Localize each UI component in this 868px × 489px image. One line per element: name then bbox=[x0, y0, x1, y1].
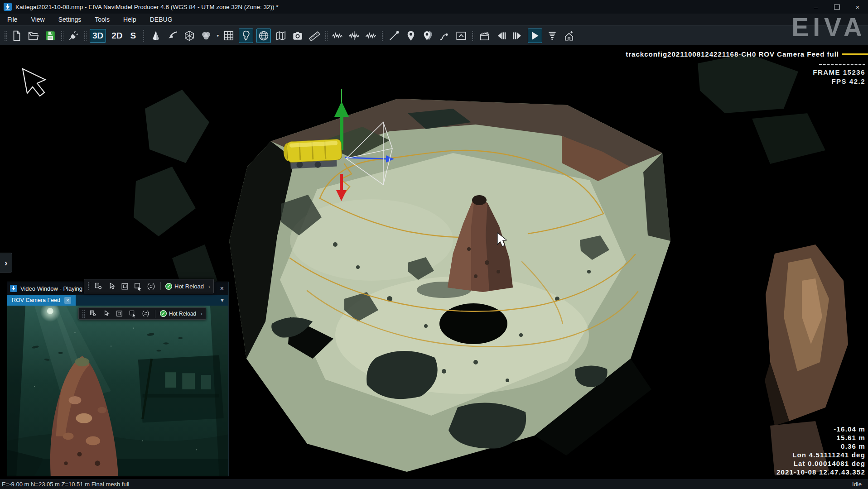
globe-icon[interactable] bbox=[256, 29, 271, 43]
toolbar-grip[interactable] bbox=[83, 30, 87, 42]
chevron-left-icon[interactable]: ‹ bbox=[207, 283, 210, 290]
north-cone-icon[interactable] bbox=[149, 29, 163, 43]
save-icon[interactable] bbox=[43, 29, 57, 43]
capture-frame-icon[interactable] bbox=[454, 29, 468, 43]
descend-arrow-icon[interactable] bbox=[166, 29, 179, 43]
loop-refresh-icon[interactable] bbox=[141, 309, 150, 318]
toolbar-grip[interactable] bbox=[381, 30, 384, 42]
window-controls: – × bbox=[805, 0, 868, 14]
navimodel-app: Kattegat2021-10-08.nmp - EIVA NaviModel … bbox=[0, 0, 868, 489]
step-back-icon[interactable] bbox=[494, 29, 508, 43]
toolbar-grip[interactable] bbox=[324, 30, 328, 42]
tab-close-icon[interactable]: × bbox=[64, 297, 71, 304]
frame-box-icon[interactable] bbox=[120, 282, 130, 291]
menu-debug[interactable]: DEBUG bbox=[150, 16, 173, 23]
video-close-button[interactable]: × bbox=[220, 285, 224, 292]
profile-wave-icon[interactable] bbox=[331, 29, 344, 43]
frame-counter: FRAME 15236 bbox=[813, 68, 865, 76]
raise-view-icon[interactable] bbox=[562, 29, 576, 43]
menu-tools[interactable]: Tools bbox=[95, 16, 110, 23]
maximize-icon bbox=[834, 5, 840, 10]
underwater-video-frame bbox=[7, 306, 228, 476]
toolbar-separator bbox=[143, 30, 144, 42]
menu-settings[interactable]: Settings bbox=[58, 16, 82, 23]
new-file-icon[interactable] bbox=[10, 29, 24, 43]
window-title: Kattegat2021-10-08.nmp - EIVA NaviModel … bbox=[15, 4, 279, 10]
hot-reload-label: Hot Reload bbox=[169, 311, 196, 317]
hot-reload-badge[interactable]: ✓ Hot Reload bbox=[165, 283, 204, 290]
toolbar-grip[interactable] bbox=[82, 309, 85, 318]
open-folder-icon[interactable] bbox=[27, 29, 40, 43]
draw-line-point-icon[interactable] bbox=[387, 29, 401, 43]
tab-rov-camera-feed[interactable]: ROV Camera Feed × bbox=[7, 295, 76, 306]
venn-dropdown-caret[interactable]: ▾ bbox=[217, 33, 219, 38]
script-settings-icon[interactable] bbox=[88, 309, 98, 318]
grid-icon[interactable] bbox=[222, 29, 236, 43]
wireframe-cube-icon[interactable] bbox=[183, 29, 196, 43]
chevron-left-icon[interactable]: ‹ bbox=[200, 310, 203, 317]
fps-counter: FPS 42.2 bbox=[831, 77, 865, 85]
toolbar-grip[interactable] bbox=[87, 282, 90, 291]
mode-s-button[interactable]: S bbox=[128, 29, 139, 42]
menu-help[interactable]: Help bbox=[123, 16, 136, 23]
menu-bar: File View Settings Tools Help DEBUG bbox=[0, 14, 868, 25]
datetime-value: 2021-10-08 12.47.43.352 bbox=[776, 468, 865, 476]
select-frame-icon[interactable] bbox=[133, 282, 143, 291]
clapperboard-icon[interactable] bbox=[477, 29, 491, 43]
panel-expander[interactable]: › bbox=[0, 253, 12, 273]
waypoint-pin-3d-icon[interactable] bbox=[421, 29, 434, 43]
layers-venn-icon[interactable] bbox=[199, 29, 213, 43]
connect-plug-icon[interactable] bbox=[67, 29, 80, 43]
video-window-title: Video Window - Playing Sp bbox=[20, 285, 92, 292]
position-readout: E=-9.00 m N=23.05 m Z=10.51 m Final mesh… bbox=[0, 481, 129, 488]
tab-label: ROV Camera Feed bbox=[12, 297, 60, 303]
toolbar-separator bbox=[160, 282, 161, 290]
draw-curve-point-icon[interactable] bbox=[438, 29, 451, 43]
3d-viewport[interactable]: trackconfig20211008124221168-CH0 ROV Cam… bbox=[0, 45, 868, 479]
tab-list-caret-icon[interactable]: ▼ bbox=[220, 297, 228, 303]
status-bar: E=-9.00 m N=23.05 m Z=10.51 m Final mesh… bbox=[0, 479, 868, 489]
hot-reload-label: Hot Reload bbox=[174, 283, 204, 290]
measure-ruler-icon[interactable] bbox=[308, 29, 321, 43]
snapshot-camera-icon[interactable] bbox=[291, 29, 304, 43]
folded-map-icon[interactable] bbox=[274, 29, 288, 43]
main-toolbar: 3D 2D S ▾ bbox=[0, 25, 868, 45]
minimize-button[interactable]: – bbox=[805, 0, 826, 14]
mode-2d-button[interactable]: 2D bbox=[109, 29, 125, 42]
menu-file[interactable]: File bbox=[7, 16, 18, 23]
waypoint-pin-icon[interactable] bbox=[404, 29, 418, 43]
maximize-button[interactable] bbox=[826, 0, 847, 14]
rov-video-feed[interactable]: ✓ Hot Reload ‹ bbox=[7, 306, 228, 476]
track-overlay: trackconfig20211008124221168-CH0 ROV Cam… bbox=[626, 50, 868, 58]
toolbar-grip[interactable] bbox=[60, 30, 63, 42]
app-state: Idle bbox=[852, 481, 868, 488]
play-icon[interactable] bbox=[528, 29, 542, 43]
title-bar: Kattegat2021-10-08.nmp - EIVA NaviModel … bbox=[0, 0, 868, 14]
app-icon bbox=[4, 3, 12, 11]
longitude-value: Lon 4.51111241 deg bbox=[776, 451, 865, 459]
mode-3d-button[interactable]: 3D bbox=[90, 29, 106, 43]
profile-wave-alt-icon[interactable] bbox=[364, 29, 378, 43]
toolbar-grip[interactable] bbox=[4, 30, 7, 42]
close-button[interactable]: × bbox=[847, 0, 868, 14]
loop-refresh-icon[interactable] bbox=[146, 282, 156, 291]
select-cursor-icon[interactable] bbox=[107, 282, 116, 291]
position-overlay: -16.04 m 15.61 m 0.36 m Lon 4.51111241 d… bbox=[776, 425, 865, 476]
toolbar-grip[interactable] bbox=[471, 30, 474, 42]
geo-africa-icon[interactable] bbox=[239, 29, 253, 43]
depth-value: -16.04 m bbox=[776, 425, 865, 433]
chevron-right-icon: › bbox=[5, 258, 8, 268]
altitude-value: 15.61 m bbox=[776, 433, 865, 442]
script-settings-icon[interactable] bbox=[94, 282, 103, 291]
hot-reload-toolbar: ✓ Hot Reload ‹ bbox=[78, 307, 206, 320]
menu-view[interactable]: View bbox=[31, 16, 45, 23]
select-cursor-icon[interactable] bbox=[101, 309, 111, 318]
step-forward-icon[interactable] bbox=[511, 29, 525, 43]
profile-wave-marker-icon[interactable] bbox=[347, 29, 361, 43]
range-value: 0.36 m bbox=[776, 442, 865, 451]
frame-box-icon[interactable] bbox=[115, 309, 124, 318]
playback-speed-icon[interactable] bbox=[545, 29, 559, 43]
eiva-logo: EIVA bbox=[791, 14, 866, 40]
hot-reload-badge[interactable]: ✓ Hot Reload bbox=[160, 310, 196, 317]
select-frame-icon[interactable] bbox=[128, 309, 137, 318]
